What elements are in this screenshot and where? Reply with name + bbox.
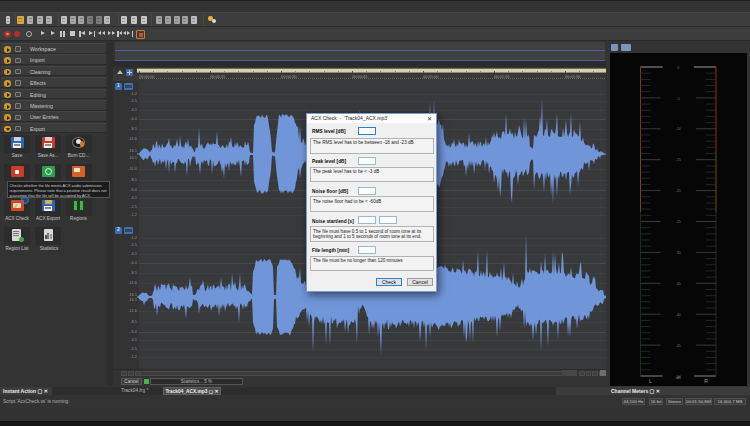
svg-text:-10: -10 xyxy=(675,126,682,131)
svg-text:-20: -20 xyxy=(675,188,682,193)
svg-text:R: R xyxy=(704,378,708,384)
svg-text:dB: dB xyxy=(676,375,681,380)
svg-text:-15: -15 xyxy=(675,157,682,162)
svg-text:-45: -45 xyxy=(675,343,682,348)
svg-text:0: 0 xyxy=(677,65,680,70)
svg-text:-5: -5 xyxy=(676,96,680,101)
svg-text:-30: -30 xyxy=(675,250,682,255)
svg-text:-40: -40 xyxy=(675,312,682,317)
svg-text:-35: -35 xyxy=(675,281,682,286)
svg-text:L: L xyxy=(649,378,652,384)
svg-text:-25: -25 xyxy=(675,219,682,224)
